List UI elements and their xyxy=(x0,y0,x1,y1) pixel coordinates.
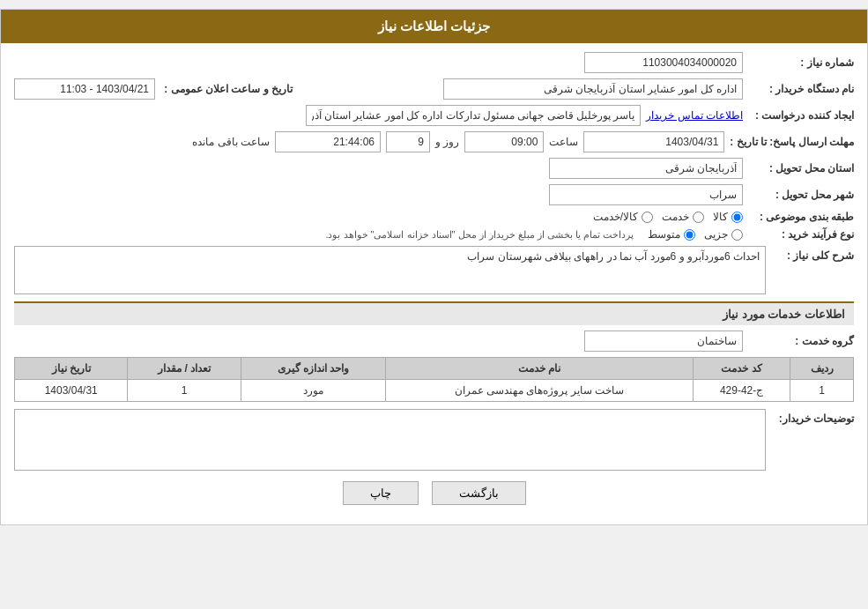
col-date: تاریخ نیاز xyxy=(15,358,128,380)
requester-label: ایجاد کننده درخواست : xyxy=(748,109,854,122)
cell-name: ساخت سایر پروژه‌های مهندسی عمران xyxy=(386,380,694,402)
cell-unit: مورد xyxy=(241,380,385,402)
response-remaining-label: ساعت باقی مانده xyxy=(192,136,270,148)
response-remaining-input[interactable] xyxy=(275,131,381,152)
cell-date: 1403/04/31 xyxy=(15,380,128,402)
province-label: استان محل تحویل : xyxy=(748,162,854,175)
province-input[interactable] xyxy=(549,158,743,179)
category-khedmat-radio[interactable] xyxy=(693,212,704,223)
col-quantity: تعداد / مقدار xyxy=(128,358,241,380)
category-kala-label: کالا xyxy=(713,211,728,223)
city-row: شهر محل تحویل : xyxy=(14,184,854,205)
content-area: شماره نیاز : نام دستگاه خریدار : تاریخ و… xyxy=(1,43,867,524)
category-khedmat-item: خدمت xyxy=(662,211,704,223)
public-announce-input[interactable] xyxy=(14,78,155,100)
buyer-org-input[interactable] xyxy=(443,78,743,100)
back-button[interactable]: بازگشت xyxy=(432,481,526,505)
buyer-desc-wrapper: توضیحات خریدار: xyxy=(14,409,854,471)
response-deadline-row: مهلت ارسال پاسخ: تا تاریخ : ساعت روز و س… xyxy=(14,131,854,152)
page-header: جزئیات اطلاعات نیاز xyxy=(1,10,867,43)
purchase-note: پرداخت تمام یا بخشی از مبلغ خریدار از مح… xyxy=(325,229,634,241)
announce-org-row: نام دستگاه خریدار : تاریخ و ساعت اعلان ع… xyxy=(14,78,854,100)
service-group-input[interactable] xyxy=(584,330,743,352)
purchase-motavasset-label: متوسط xyxy=(648,228,680,241)
need-number-row: شماره نیاز : xyxy=(14,52,854,73)
col-code: کد خدمت xyxy=(693,358,790,380)
requester-link[interactable]: اطلاعات تماس خریدار xyxy=(646,109,743,122)
service-group-row: گروه خدمت : xyxy=(14,330,854,352)
public-announce-label: تاریخ و ساعت اعلان عمومی : xyxy=(160,83,293,95)
city-label: شهر محل تحویل : xyxy=(748,189,854,201)
buyer-org-label: نام دستگاه خریدار : xyxy=(748,83,854,95)
response-day-label: روز و xyxy=(435,136,459,148)
purchase-jozi-item: جزیی xyxy=(704,228,743,241)
need-number-input[interactable] xyxy=(584,52,743,73)
province-row: استان محل تحویل : xyxy=(14,158,854,179)
category-kala-khedmat-label: کالا/خدمت xyxy=(593,211,638,223)
page-wrapper: جزئیات اطلاعات نیاز شماره نیاز : نام دست… xyxy=(0,9,868,525)
service-table: ردیف کد خدمت نام خدمت واحد اندازه گیری ت… xyxy=(14,357,854,402)
purchase-type-row: نوع فرآیند خرید : جزیی متوسط پرداخت تمام… xyxy=(14,228,854,241)
category-kala-item: کالا xyxy=(713,211,743,223)
description-textarea[interactable] xyxy=(14,246,766,294)
category-khedmat-label: خدمت xyxy=(662,211,689,223)
category-radio-group: کالا خدمت کالا/خدمت xyxy=(593,211,743,223)
buyer-desc-textarea[interactable] xyxy=(14,409,766,471)
service-info-title: اطلاعات خدمات مورد نیاز xyxy=(14,301,854,325)
category-kala-radio[interactable] xyxy=(731,212,743,223)
cell-code: ج-42-429 xyxy=(693,380,790,402)
description-wrapper: شرح کلی نیاز : xyxy=(14,246,854,294)
city-input[interactable] xyxy=(549,184,743,205)
requester-row: ایجاد کننده درخواست : اطلاعات تماس خریدا… xyxy=(14,105,854,126)
category-row: طبقه بندی موضوعی : کالا خدمت کالا/خدمت xyxy=(14,211,854,223)
cell-quantity: 1 xyxy=(128,380,241,402)
response-time-label: ساعت xyxy=(549,136,578,148)
purchase-motavasset-radio[interactable] xyxy=(684,229,695,241)
purchase-jozi-label: جزیی xyxy=(704,228,728,241)
print-button[interactable]: چاپ xyxy=(343,481,419,505)
col-unit: واحد اندازه گیری xyxy=(241,358,385,380)
cell-row: 1 xyxy=(790,380,854,402)
response-deadline-label: مهلت ارسال پاسخ: تا تاریخ : xyxy=(730,136,854,148)
col-row: ردیف xyxy=(790,358,854,380)
response-days-input[interactable] xyxy=(386,131,430,152)
category-kala-khedmat-radio[interactable] xyxy=(642,212,653,223)
buyer-desc-label: توضیحات خریدار: xyxy=(775,409,854,425)
service-group-label: گروه خدمت : xyxy=(748,335,854,347)
response-date-input[interactable] xyxy=(583,131,724,152)
purchase-motavasset-item: متوسط xyxy=(648,228,695,241)
category-label: طبقه بندی موضوعی : xyxy=(748,211,854,223)
col-name: نام خدمت xyxy=(386,358,694,380)
page-title: جزئیات اطلاعات نیاز xyxy=(378,19,490,33)
purchase-type-label: نوع فرآیند خرید : xyxy=(748,228,854,241)
footer-buttons: بازگشت چاپ xyxy=(14,481,854,505)
purchase-type-radio-group: جزیی متوسط xyxy=(648,228,743,241)
category-kala-khedmat-item: کالا/خدمت xyxy=(593,211,653,223)
response-time-input[interactable] xyxy=(464,131,544,152)
table-row: 1 ج-42-429 ساخت سایر پروژه‌های مهندسی عم… xyxy=(15,380,854,402)
requester-input[interactable] xyxy=(306,105,641,126)
purchase-jozi-radio[interactable] xyxy=(731,229,743,241)
need-number-label: شماره نیاز : xyxy=(748,56,854,69)
description-label: شرح کلی نیاز : xyxy=(775,246,854,262)
